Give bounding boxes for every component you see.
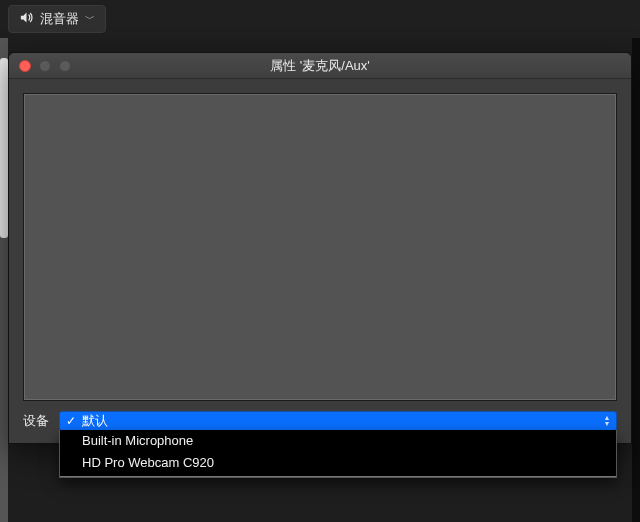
device-selected-value: 默认	[82, 412, 108, 430]
close-icon[interactable]	[19, 60, 31, 72]
dialog-titlebar[interactable]: 属性 '麦克风/Aux'	[9, 53, 631, 79]
device-option[interactable]: HD Pro Webcam C920	[60, 452, 616, 474]
properties-dialog: 属性 '麦克风/Aux' 设备 ✓ 默认 ▲▼ Built-in Microph…	[8, 52, 632, 444]
dialog-title: 属性 '麦克风/Aux'	[9, 57, 631, 75]
mixer-dropdown-button[interactable]: 混音器 ﹀	[8, 5, 106, 33]
preview-area-wrap	[9, 79, 631, 407]
mixer-label: 混音器	[40, 10, 79, 28]
stepper-icon[interactable]: ▲▼	[600, 414, 614, 428]
top-toolbar: 混音器 ﹀	[0, 0, 640, 38]
source-preview	[23, 93, 617, 401]
device-dropdown-list[interactable]: Built-in Microphone HD Pro Webcam C920	[59, 430, 617, 478]
device-option[interactable]: Built-in Microphone	[60, 430, 616, 452]
dropdown-divider	[60, 476, 616, 477]
minimize-icon[interactable]	[39, 60, 51, 72]
device-row: 设备 ✓ 默认 ▲▼ Built-in Microphone HD Pro We…	[9, 407, 631, 443]
window-controls	[19, 60, 71, 72]
speaker-icon	[19, 10, 34, 28]
svg-marker-0	[21, 13, 27, 23]
chevron-down-icon: ﹀	[85, 12, 95, 26]
checkmark-icon: ✓	[66, 414, 76, 428]
zoom-icon[interactable]	[59, 60, 71, 72]
device-select[interactable]: ✓ 默认 ▲▼ Built-in Microphone HD Pro Webca…	[59, 411, 617, 431]
device-label: 设备	[23, 412, 51, 430]
device-select-display[interactable]: ✓ 默认 ▲▼	[59, 411, 617, 431]
